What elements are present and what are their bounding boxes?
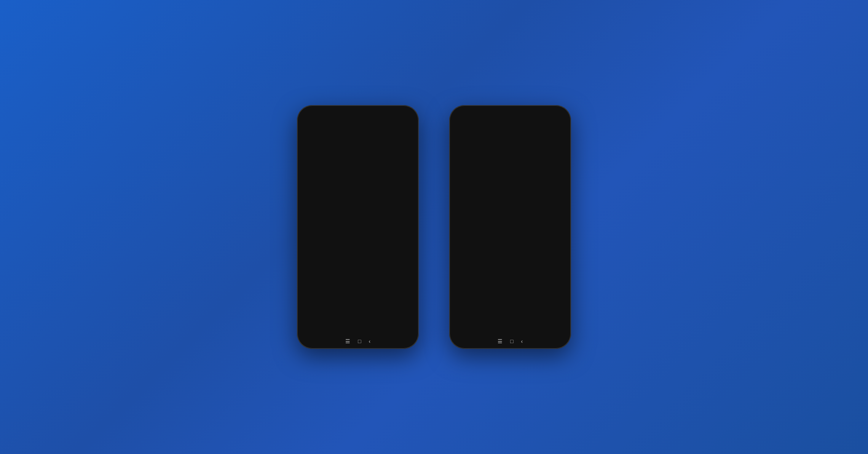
- category-restaurants[interactable]: 🍴 Restaurants: [377, 166, 416, 185]
- story-avatar-3: 👤: [358, 206, 372, 220]
- pickup-title-1: Pick up where you left off: [305, 238, 411, 244]
- search-icon[interactable]: 🔍: [405, 120, 411, 126]
- pickup-title-2: Pick up where you left off: [457, 224, 563, 230]
- pickup-section-1: Pick up where you left off Recently view…: [300, 234, 416, 267]
- battery-icon-2: ▮: [561, 113, 563, 117]
- add-story-label: add tomy story: [306, 221, 316, 228]
- p2-flights-label: Flights: [505, 124, 515, 128]
- story-card-avatar-2: 👤: [495, 174, 506, 185]
- story-item-3[interactable]: 👤 followed travelerprofile story: [357, 206, 372, 231]
- hero-section: 🔍 Where to? ▾ ➤ See what's nearby: [300, 117, 416, 166]
- restaurants-label: Restaurants: [387, 177, 406, 181]
- p2-story-2[interactable]: 👤 followed travelerprofile story: [490, 135, 505, 160]
- back-button-2[interactable]: ‹: [521, 338, 523, 344]
- status-bar-1: 12:00 ▲ ▐▐▐ ▮: [300, 111, 416, 117]
- nav-me-2[interactable]: 👤 Me: [554, 318, 561, 328]
- p2-story-4[interactable]: 👤 followed trav...profile sto...: [525, 135, 540, 160]
- p2-story-label-1: followed travelerprofile story: [472, 150, 487, 160]
- phone-2: 12:00 ▲ ▐▐▐ ▮ 🏠 Vacation Rentals ✈ Fligh…: [449, 105, 571, 349]
- p2-add-story[interactable]: 👤 + add tomy story: [456, 135, 470, 160]
- p2-flights-icon: ✈: [508, 120, 511, 124]
- p2-story-avatar-3: 👤: [508, 135, 522, 149]
- nav-trips-1[interactable]: 🧳 Trips: [330, 318, 337, 328]
- flights-icon: ✈: [355, 188, 360, 195]
- p2-nav-rentals[interactable]: 🏠 Vacation Rentals: [452, 117, 491, 132]
- flights-label: Flights: [353, 196, 363, 200]
- story-card-avatar-3: 👤: [533, 174, 543, 185]
- phone2-content: 🏠 Vacation Rentals ✈ Flights 💬 Forums 👤: [452, 117, 568, 315]
- nearby-icon: ➤: [340, 152, 343, 157]
- story-card-sponsored-2: sponsored by: [495, 204, 511, 207]
- nav-camera-1[interactable]: 📷: [351, 315, 365, 328]
- nav-me-1[interactable]: 👤 Me: [402, 318, 408, 328]
- story-item-2[interactable]: 👤 followed travelerprofile story: [339, 206, 354, 231]
- story-card-avatar-1: 👤: [458, 174, 469, 185]
- time-1: 12:00: [305, 113, 314, 117]
- story-card-1[interactable]: 👤 tripadvisorusername: [456, 171, 490, 218]
- me-icon-2: 👤: [554, 318, 561, 324]
- trips-label: Trips: [330, 325, 337, 328]
- p2-nav-flights[interactable]: ✈ Flights: [491, 117, 529, 132]
- nav-trips-2[interactable]: 🧳 Trips: [482, 318, 489, 328]
- story-card-username-3: tripadvis...username: [533, 204, 546, 212]
- p2-add-label: add tomy story: [458, 150, 468, 157]
- story-label-1: followed travelerprofile story: [321, 221, 336, 231]
- p2-forums-icon: 💬: [547, 120, 551, 124]
- screen-content-1: 🔍 Where to? ▾ ➤ See what's nearby 🛏 Hote…: [300, 117, 416, 315]
- add-story-item[interactable]: 👤 + add tomy story: [304, 206, 318, 231]
- wifi-icon: ▲: [397, 113, 400, 117]
- category-rentals[interactable]: 🏠 Vacation Rentals: [300, 185, 338, 203]
- recently-viewed-label-1: Recently viewed: [305, 245, 411, 250]
- story-label-4: followed trav...profile sto...: [375, 221, 391, 231]
- restaurants-icon: 🍴: [393, 169, 400, 176]
- p2-add-avatar: 👤 +: [456, 135, 470, 149]
- things-label: Things to do: [348, 177, 367, 181]
- chevron-down-icon: ▾: [369, 136, 371, 142]
- p2-nav-forums[interactable]: 💬 Forums: [530, 117, 568, 132]
- p2-story-3[interactable]: 👤 followed travelerprofile story: [507, 135, 522, 160]
- where-to-button[interactable]: Where to? ▾: [327, 133, 388, 145]
- home-icon-2: ⊙: [461, 318, 466, 324]
- battery-icon: ▮: [409, 113, 410, 117]
- inbox-icon-2: ✉: [533, 318, 538, 324]
- story-card-3[interactable]: 👤 tripadvis...username: [530, 171, 564, 218]
- nav-inbox-1[interactable]: ✉ Inbox: [380, 318, 388, 328]
- nav-inbox-2[interactable]: ✉ Inbox: [532, 318, 540, 328]
- story-avatar-1: 👤: [321, 206, 335, 220]
- recently-viewed-card-1[interactable]: [305, 252, 411, 266]
- camera-icon: 📷: [354, 318, 362, 325]
- p2-story-avatar-4: 👤: [525, 135, 539, 149]
- p2-story-avatar-1: 👤: [473, 135, 487, 149]
- category-forums[interactable]: 💬 Forums: [377, 185, 416, 203]
- menu-button-1[interactable]: ☰: [345, 338, 350, 344]
- me-label-2: Me: [555, 325, 560, 328]
- home-button-1[interactable]: □: [358, 338, 361, 344]
- category-hotels[interactable]: 🛏 Hotels: [300, 166, 338, 185]
- story-card-2[interactable]: 👤 sponsored by tripadvisorusername: [493, 171, 527, 218]
- p2-story-1[interactable]: 👤 followed travelerprofile story: [472, 135, 487, 160]
- story-item-1[interactable]: 👤 followed travelerprofile story: [321, 206, 336, 231]
- nav-camera-2[interactable]: 📷: [504, 315, 517, 328]
- trips-icon: 🧳: [330, 318, 337, 324]
- menu-button-2[interactable]: ☰: [498, 338, 503, 344]
- camera-icon-2: 📷: [507, 318, 514, 325]
- category-things[interactable]: 🎟 Things to do: [338, 166, 377, 185]
- story-label-2: followed travelerprofile story: [339, 221, 354, 231]
- bottom-nav-1: ⊙ Home 🧳 Trips 📷 ✉ Inbox 👤 Me: [300, 315, 416, 330]
- nearby-button[interactable]: ➤ See what's nearby: [331, 149, 385, 160]
- forums-icon: 💬: [393, 188, 400, 195]
- nearby-label: See what's nearby: [345, 152, 376, 157]
- signal-icon: ▐▐▐: [401, 113, 408, 117]
- category-flights[interactable]: ✈ Flights: [338, 185, 377, 203]
- hotels-icon: 🛏: [316, 169, 322, 176]
- nav-home-2[interactable]: ⊙ Home: [460, 318, 468, 328]
- home-button-2[interactable]: □: [510, 338, 513, 344]
- view-stories-label: View stories for travelers like you: [452, 163, 568, 171]
- story-item-4[interactable]: 👤 followed trav...profile sto...: [375, 206, 391, 231]
- nav-home-1[interactable]: ⊙ Home: [307, 318, 315, 328]
- recently-viewed-card-2[interactable]: [457, 238, 563, 252]
- p2-stories-row: 👤 + add tomy story 👤 followed travelerpr…: [452, 132, 568, 163]
- phone-1: 12:00 ▲ ▐▐▐ ▮ 🔍 Where to? ▾ ➤ See what's…: [297, 105, 419, 349]
- back-button-1[interactable]: ‹: [369, 338, 370, 344]
- status-icons-1: ▲ ▐▐▐ ▮: [397, 113, 410, 117]
